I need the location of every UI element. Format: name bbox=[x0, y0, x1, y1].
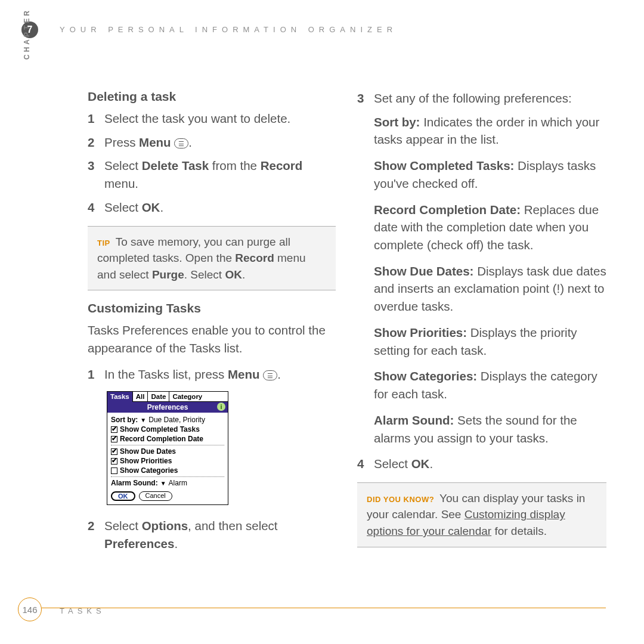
step-text: Select Delete Task from the Record menu. bbox=[104, 157, 336, 192]
delete-step-4: 4 Select OK. bbox=[88, 199, 336, 216]
delete-step-3: 3 Select Delete Task from the Record men… bbox=[88, 157, 336, 192]
custom-step-3: 3 Set any of the following preferences: bbox=[357, 89, 606, 107]
step-number: 4 bbox=[357, 455, 366, 473]
ok-button-graphic: OK bbox=[111, 491, 135, 501]
screenshot-buttons: OK Cancel bbox=[107, 489, 228, 504]
checkbox-label: Show Priorities bbox=[120, 457, 172, 465]
pref-record-completion: Record Completion Date: Replaces due dat… bbox=[357, 201, 606, 254]
did-you-know-box: DID YOU KNOW? You can display your tasks… bbox=[357, 482, 606, 547]
text: Select bbox=[104, 200, 142, 214]
sort-by-value: Due Date, Priority bbox=[148, 416, 205, 424]
custom-step-1: 1 In the Tasks list, press Menu ☰. bbox=[88, 366, 336, 383]
step-text: Select the task you want to delete. bbox=[104, 110, 290, 128]
text: . bbox=[277, 367, 281, 381]
text: menu. bbox=[104, 177, 138, 190]
step-text: Select Options, and then select Preferen… bbox=[104, 517, 336, 552]
pref-show-categories: Show Categories: Displays the category f… bbox=[357, 367, 606, 402]
checkbox-icon bbox=[111, 436, 117, 442]
chapter-label: CHAPTER bbox=[23, 8, 31, 60]
bold-preferences: Preferences bbox=[104, 537, 174, 550]
alarm-sound-value: Alarm bbox=[169, 479, 187, 487]
opt-show-due-dates: Show Due Dates bbox=[111, 447, 224, 456]
checkbox-icon bbox=[111, 467, 117, 474]
dyk-text: for details. bbox=[491, 525, 547, 537]
step-number: 3 bbox=[88, 157, 96, 192]
text: Press bbox=[104, 135, 139, 149]
pref-label: Record Completion Date: bbox=[374, 203, 521, 216]
menu-icon: ☰ bbox=[263, 370, 277, 380]
pref-show-priorities: Show Priorities: Displays the priority s… bbox=[357, 324, 606, 359]
step-text: Select OK. bbox=[374, 455, 433, 473]
pref-show-completed: Show Completed Tasks: Displays tasks you… bbox=[357, 157, 606, 192]
tab-all: All bbox=[133, 392, 148, 402]
pref-label: Sort by: bbox=[374, 115, 420, 129]
heading-customizing-tasks: Customizing Tasks bbox=[88, 301, 336, 315]
footer-rule bbox=[18, 608, 606, 608]
text: In the Tasks list, press bbox=[104, 367, 228, 381]
step-text: Select OK. bbox=[104, 199, 163, 216]
heading-deleting-task: Deleting a task bbox=[88, 89, 336, 104]
menu-icon: ☰ bbox=[174, 138, 188, 148]
info-icon: i bbox=[217, 402, 225, 411]
alarm-sound-row: Alarm Sound: ▼ Alarm bbox=[111, 478, 224, 488]
text: Select bbox=[374, 457, 411, 470]
pref-alarm-sound: Alarm Sound: Sets the sound for the alar… bbox=[357, 411, 606, 447]
text: Select bbox=[104, 519, 142, 532]
step-number: 1 bbox=[88, 366, 96, 383]
step-number: 3 bbox=[357, 89, 366, 107]
opt-show-completed: Show Completed Tasks bbox=[111, 425, 224, 434]
left-column: Deleting a task 1 Select the task you wa… bbox=[88, 89, 336, 559]
tip-label: TIP bbox=[97, 239, 110, 247]
dropdown-icon: ▼ bbox=[160, 480, 166, 487]
custom-step-2: 2 Select Options, and then select Prefer… bbox=[88, 517, 336, 552]
header-title: YOUR PERSONAL INFORMATION ORGANIZER bbox=[60, 25, 397, 34]
page: 7 CHAPTER YOUR PERSONAL INFORMATION ORGA… bbox=[0, 0, 644, 644]
checkbox-label: Record Completion Date bbox=[120, 435, 203, 443]
text: . bbox=[160, 200, 163, 214]
alarm-sound-label: Alarm Sound: bbox=[111, 479, 158, 487]
tip-text: . Select bbox=[184, 268, 225, 281]
text: . bbox=[174, 537, 178, 550]
cancel-button-graphic: Cancel bbox=[139, 491, 172, 501]
tasks-preferences-screenshot: Tasks All Date Category Preferences i So… bbox=[107, 391, 228, 505]
delete-step-2: 2 Press Menu ☰. bbox=[88, 134, 336, 151]
tab-date: Date bbox=[148, 392, 169, 402]
screenshot-title: Preferences bbox=[147, 403, 188, 411]
step-text: In the Tasks list, press Menu ☰. bbox=[104, 366, 281, 383]
bold-record: Record bbox=[261, 159, 303, 172]
bold-ok: OK bbox=[411, 457, 430, 470]
pref-label: Show Completed Tasks: bbox=[374, 159, 514, 172]
dropdown-icon: ▼ bbox=[140, 417, 146, 423]
pref-label: Show Priorities: bbox=[374, 326, 467, 339]
opt-show-priorities: Show Priorities bbox=[111, 456, 224, 466]
custom-step-4: 4 Select OK. bbox=[357, 455, 606, 473]
body-columns: Deleting a task 1 Select the task you wa… bbox=[88, 89, 606, 559]
sort-by-label: Sort by: bbox=[111, 416, 138, 424]
tab-tasks: Tasks bbox=[107, 392, 133, 402]
customizing-steps-right: 3 Set any of the following preferences: bbox=[357, 89, 606, 107]
deleting-steps: 1 Select the task you want to delete. 2 … bbox=[88, 110, 336, 216]
text: . bbox=[429, 457, 433, 470]
checkbox-label: Show Due Dates bbox=[120, 447, 176, 456]
opt-record-completion: Record Completion Date bbox=[111, 434, 224, 444]
footer-section-name: TASKS bbox=[60, 606, 106, 615]
bold-purge: Purge bbox=[152, 268, 184, 281]
pref-label: Show Due Dates: bbox=[374, 264, 473, 278]
step-text: Press Menu ☰. bbox=[104, 134, 192, 151]
text: , and then select bbox=[188, 519, 277, 532]
pref-label: Show Categories: bbox=[374, 369, 477, 383]
text: Select bbox=[104, 159, 142, 172]
pref-sort-by: Sort by: Indicates the order in which yo… bbox=[357, 113, 606, 148]
step-number: 1 bbox=[88, 110, 96, 128]
bold-ok: OK bbox=[142, 200, 160, 214]
tip-text: . bbox=[242, 268, 245, 281]
right-column: 3 Set any of the following preferences: … bbox=[357, 89, 606, 559]
screenshot-body: Sort by: ▼ Due Date, Priority Show Compl… bbox=[107, 413, 228, 489]
bold-menu: Menu bbox=[139, 135, 171, 149]
screenshot-title-bar: Preferences i bbox=[107, 402, 228, 413]
delete-step-1: 1 Select the task you want to delete. bbox=[88, 110, 336, 128]
checkbox-icon bbox=[111, 426, 117, 433]
bold-options: Options bbox=[142, 519, 188, 532]
customizing-steps-right-cont: 4 Select OK. bbox=[357, 455, 606, 473]
text: from the bbox=[209, 159, 261, 172]
